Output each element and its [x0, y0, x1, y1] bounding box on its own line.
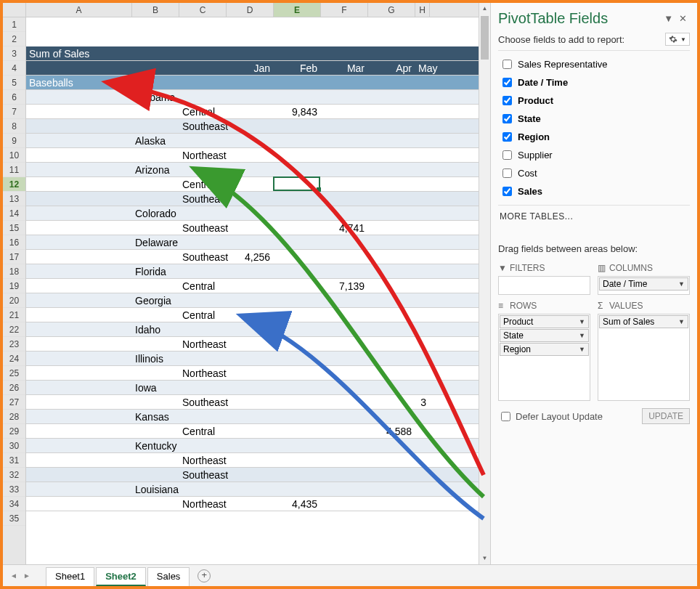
row-header[interactable]: 35 [3, 511, 25, 526]
row-header[interactable]: 2 [3, 32, 25, 46]
row-header[interactable]: 7 [3, 105, 25, 119]
value-cell[interactable]: 4,256 [227, 250, 274, 264]
row-header[interactable]: 18 [3, 264, 25, 279]
row-header[interactable]: 21 [3, 308, 25, 322]
field-item[interactable]: Supplier [498, 146, 690, 164]
row-header[interactable]: 5 [3, 76, 25, 90]
column-header-E[interactable]: E [274, 3, 321, 17]
field-checkbox[interactable] [502, 168, 512, 178]
row-header[interactable]: 17 [3, 250, 25, 264]
row-header[interactable]: 19 [3, 279, 25, 293]
row-header[interactable]: 1 [3, 17, 25, 32]
column-header-D[interactable]: D [227, 3, 274, 17]
field-checkbox[interactable] [502, 96, 512, 105]
columns-dropzone[interactable]: Date / Time▼ [598, 276, 690, 295]
value-cell[interactable]: 4,741 [321, 221, 368, 235]
row-header[interactable]: 10 [3, 148, 25, 163]
state-label[interactable]: Arizona [132, 163, 179, 176]
column-header-H[interactable]: H [415, 3, 430, 17]
chevron-down-icon[interactable]: ▼ [579, 318, 585, 325]
value-cell[interactable]: 9,843 [274, 105, 321, 118]
row-header[interactable]: 31 [3, 453, 25, 468]
field-item[interactable]: Region [498, 128, 690, 146]
gear-button[interactable]: ▼ [665, 33, 690, 46]
cells-area[interactable]: Sum of SalesJanFebMarAprMayBaseballsAlab… [26, 17, 479, 564]
update-button[interactable]: UPDATE [642, 408, 690, 424]
filters-dropzone[interactable] [498, 276, 590, 295]
region-label[interactable]: Northeast [179, 337, 227, 351]
sheet-tab[interactable]: Sheet1 [46, 567, 94, 586]
region-label[interactable]: Southeast [179, 119, 227, 133]
row-header[interactable]: 30 [3, 439, 25, 453]
region-label[interactable]: Central [179, 279, 227, 293]
area-field-pill[interactable]: Product▼ [500, 315, 589, 328]
row-header[interactable]: 16 [3, 235, 25, 250]
values-dropzone[interactable]: Sum of Sales▼ [598, 314, 690, 401]
region-label[interactable]: Central [179, 424, 227, 438]
row-header[interactable]: 24 [3, 352, 25, 366]
defer-update-checkbox[interactable] [501, 412, 510, 421]
region-label[interactable]: Southeast [179, 395, 227, 409]
tab-nav-first[interactable]: ◄ [7, 572, 20, 580]
chevron-down-icon[interactable]: ▼ [579, 332, 585, 339]
row-header[interactable]: 13 [3, 192, 25, 206]
tab-nav-prev[interactable]: ► [20, 572, 33, 580]
column-header-B[interactable]: B [132, 3, 179, 17]
scroll-thumb[interactable] [481, 16, 489, 60]
area-field-pill[interactable]: Region▼ [500, 343, 589, 356]
field-checkbox[interactable] [502, 150, 512, 160]
row-header[interactable]: 29 [3, 424, 25, 439]
field-item[interactable]: Sales Representative [498, 55, 690, 73]
pane-menu-icon[interactable]: ▼ [661, 12, 676, 25]
row-header[interactable]: 14 [3, 206, 25, 221]
row-header[interactable]: 15 [3, 221, 25, 235]
state-label[interactable]: Colorado [132, 206, 179, 220]
scroll-down-arrow[interactable]: ▼ [479, 553, 490, 564]
sheet-tab[interactable]: Sheet2 [96, 567, 146, 586]
state-label[interactable]: Kansas [132, 410, 179, 423]
row-header[interactable]: 6 [3, 90, 25, 105]
vertical-scrollbar[interactable]: ▲ ▼ [479, 3, 490, 564]
region-label[interactable]: Northeast [179, 148, 227, 162]
region-label[interactable]: Central [179, 308, 227, 322]
chevron-down-icon[interactable]: ▼ [678, 318, 685, 325]
region-label[interactable]: Northeast [179, 497, 227, 511]
state-label[interactable]: Georgia [132, 293, 179, 307]
rows-dropzone[interactable]: Product▼State▼Region▼ [498, 314, 590, 401]
row-header[interactable]: 32 [3, 468, 25, 482]
row-header[interactable]: 3 [3, 46, 25, 61]
row-header[interactable]: 33 [3, 482, 25, 497]
field-checkbox[interactable] [502, 78, 512, 87]
row-header[interactable]: 23 [3, 337, 25, 352]
close-icon[interactable]: ✕ [676, 12, 690, 25]
chevron-down-icon[interactable]: ▼ [579, 346, 585, 353]
field-checkbox[interactable] [502, 114, 512, 123]
value-cell[interactable]: 4,588 [368, 424, 415, 438]
chevron-down-icon[interactable]: ▼ [678, 280, 685, 288]
state-label[interactable]: Kentucky [132, 439, 179, 452]
region-label[interactable]: Southeast [179, 250, 227, 264]
state-label[interactable]: Alaska [132, 134, 179, 147]
area-field-pill[interactable]: Date / Time▼ [599, 277, 688, 291]
field-item[interactable]: Sales [498, 182, 690, 200]
state-label[interactable]: Illinois [132, 352, 179, 365]
row-header[interactable]: 22 [3, 322, 25, 337]
region-label[interactable]: Northeast [179, 366, 227, 380]
row-header[interactable]: 20 [3, 293, 25, 308]
region-label[interactable]: Southeast [179, 221, 227, 235]
field-checkbox[interactable] [502, 60, 512, 69]
row-header[interactable]: 4 [3, 61, 25, 76]
column-header-G[interactable]: G [368, 3, 415, 17]
area-field-pill[interactable]: State▼ [500, 329, 589, 342]
select-all-corner[interactable] [3, 3, 25, 17]
row-header[interactable]: 26 [3, 381, 25, 395]
state-label[interactable]: Iowa [132, 381, 179, 394]
sheet-tab[interactable]: Sales [147, 567, 190, 586]
state-label[interactable]: Florida [132, 264, 179, 278]
value-cell[interactable]: 7,139 [321, 279, 368, 293]
row-header[interactable]: 8 [3, 119, 25, 134]
row-header[interactable]: 34 [3, 497, 25, 511]
state-label[interactable]: Delaware [132, 235, 179, 249]
field-item[interactable]: Cost [498, 164, 690, 182]
region-label[interactable]: Central [179, 105, 227, 118]
